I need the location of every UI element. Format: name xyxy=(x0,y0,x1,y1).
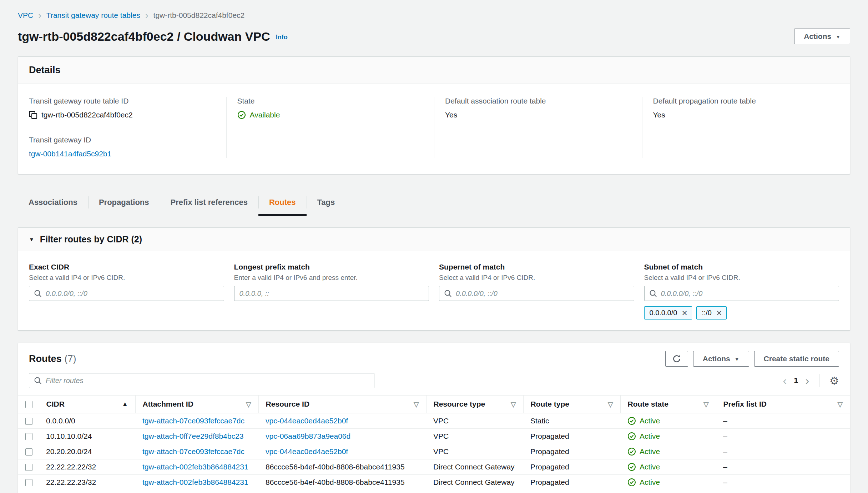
default-propagation-field: Default propagation route table Yes xyxy=(653,97,839,119)
state-value: Available xyxy=(250,111,280,119)
row-checkbox[interactable] xyxy=(25,433,32,440)
attachment-id-link[interactable]: tgw-attach-002feb3b864884231 xyxy=(142,463,248,471)
column-label: Route type xyxy=(531,400,570,408)
create-static-route-button[interactable]: Create static route xyxy=(754,351,839,367)
tab-tags[interactable]: Tags xyxy=(307,193,346,215)
column-filter-icon[interactable]: ▽ xyxy=(246,400,251,408)
gear-icon[interactable]: ⚙ xyxy=(829,374,839,387)
table-row: 10.10.10.0/24 tgw-attach-0ff7ee29df8b4bc… xyxy=(18,429,850,444)
supernet-help: Select a valid IP4 or IPv6 CIDR. xyxy=(439,274,634,282)
create-static-route-label: Create static route xyxy=(764,354,829,363)
cell-route-type: Propagated xyxy=(523,444,620,459)
table-row: 22.22.22.24/32 tgw-attach-002feb3b864884… xyxy=(18,490,850,493)
longest-prefix-input[interactable] xyxy=(234,286,429,301)
supernet-field: Supernet of match Select a valid IP4 or … xyxy=(439,263,634,320)
tab-routes[interactable]: Routes xyxy=(258,193,307,215)
column-header-route-type[interactable]: Route type▽ xyxy=(523,396,620,413)
column-label: Route state xyxy=(628,400,668,408)
check-circle-icon xyxy=(627,478,636,487)
route-state-text: Active xyxy=(640,417,660,425)
resource-id-link[interactable]: vpc-044eac0ed4ae52b0f xyxy=(266,417,348,425)
supernet-label: Supernet of match xyxy=(439,263,634,271)
attachment-id-link[interactable]: tgw-attach-07ce093fefccae7dc xyxy=(142,417,244,425)
filter-routes-header[interactable]: ▼ Filter routes by CIDR (2) xyxy=(18,228,850,251)
column-filter-icon[interactable]: ▽ xyxy=(511,400,516,408)
subnet-filter-tokens: 0.0.0.0/0 × ::/0 × xyxy=(644,306,839,320)
page-title-text: tgw-rtb-005d822caf4bf0ec2 / Cloudwan VPC xyxy=(18,30,270,44)
filter-routes-input[interactable] xyxy=(29,373,374,388)
column-header-route-state[interactable]: Route state▽ xyxy=(620,396,716,413)
select-all-checkbox[interactable] xyxy=(25,401,32,408)
route-state-text: Active xyxy=(640,463,660,471)
table-row: 22.22.22.22/32 tgw-attach-002feb3b864884… xyxy=(18,459,850,475)
cell-resource-type: Direct Connect Gateway xyxy=(426,475,523,490)
exact-cidr-help: Select a valid IP4 or IPv6 CIDR. xyxy=(29,274,224,282)
column-filter-icon[interactable]: ▽ xyxy=(837,400,843,408)
cell-route-type: Propagated xyxy=(523,475,620,490)
cell-resource-type: Direct Connect Gateway xyxy=(426,490,523,493)
token-dismiss-icon[interactable]: × xyxy=(682,310,687,317)
check-circle-icon xyxy=(627,463,636,471)
breadcrumb-vpc[interactable]: VPC xyxy=(18,11,33,20)
breadcrumb-tgw-route-tables[interactable]: Transit gateway route tables xyxy=(46,11,140,20)
page-header: tgw-rtb-005d822caf4bf0ec2 / Cloudwan VPC… xyxy=(18,29,850,44)
attachment-id-link[interactable]: tgw-attach-0ff7ee29df8b4bc23 xyxy=(142,432,243,440)
info-link[interactable]: Info xyxy=(276,34,288,41)
routes-filter-row: ‹ 1 › ⚙ xyxy=(18,367,850,395)
subnet-input[interactable] xyxy=(644,286,839,301)
cell-cidr: 22.22.22.24/32 xyxy=(39,490,135,493)
tab-associations[interactable]: Associations xyxy=(18,193,88,215)
column-header-prefix-list-id[interactable]: Prefix list ID▽ xyxy=(716,396,850,413)
routes-actions-button[interactable]: Actions ▼ xyxy=(693,351,749,367)
tab-prefix-list-references[interactable]: Prefix list references xyxy=(160,193,258,215)
table-row: 22.22.22.23/32 tgw-attach-002feb3b864884… xyxy=(18,475,850,490)
cell-resource-id: 86ccce56-b4ef-40bd-8808-6babce411935 xyxy=(258,490,426,493)
tab-propagations[interactable]: Propagations xyxy=(88,193,160,215)
attachment-id-link[interactable]: tgw-attach-07ce093fefccae7dc xyxy=(142,447,244,456)
attachment-id-link[interactable]: tgw-attach-002feb3b864884231 xyxy=(142,478,248,486)
filter-routes-title: Filter routes by CIDR (2) xyxy=(40,234,142,245)
filter-routes-card: ▼ Filter routes by CIDR (2) Exact CIDR S… xyxy=(18,227,850,331)
cell-cidr: 20.20.20.0/24 xyxy=(39,444,135,459)
cell-prefix-list-id: – xyxy=(716,490,850,493)
filter-token-label: 0.0.0.0/0 xyxy=(650,309,677,317)
previous-page-icon[interactable]: ‹ xyxy=(783,374,787,387)
resource-id-link[interactable]: vpc-06aa69b873a9ea06d xyxy=(266,432,350,440)
column-filter-icon[interactable]: ▽ xyxy=(414,400,419,408)
cell-resource-type: VPC xyxy=(426,444,523,459)
cell-resource-id: 86ccce56-b4ef-40bd-8808-6babce411935 xyxy=(258,475,426,490)
search-icon xyxy=(34,376,42,385)
column-filter-icon[interactable]: ▽ xyxy=(703,400,709,408)
token-dismiss-icon[interactable]: × xyxy=(716,310,722,317)
cell-prefix-list-id: – xyxy=(716,459,850,475)
longest-prefix-field: Longest prefix match Enter a valid IP4 o… xyxy=(234,263,429,320)
column-header-cidr[interactable]: CIDR▲ xyxy=(39,396,135,413)
resource-id-link[interactable]: vpc-044eac0ed4ae52b0f xyxy=(266,447,348,456)
transit-gateway-id-link[interactable]: tgw-00b141a4fad5c92b1 xyxy=(29,150,111,158)
refresh-button[interactable] xyxy=(665,351,688,367)
subnet-label: Subnet of match xyxy=(644,263,839,271)
collapse-caret-icon: ▼ xyxy=(29,236,34,242)
page-actions-button[interactable]: Actions ▼ xyxy=(794,29,850,44)
cell-resource-type: VPC xyxy=(426,413,523,429)
column-filter-icon[interactable]: ▽ xyxy=(608,400,613,408)
route-table-id-text: tgw-rtb-005d822caf4bf0ec2 xyxy=(41,111,133,119)
row-checkbox[interactable] xyxy=(25,479,32,486)
column-header-resource-id[interactable]: Resource ID▽ xyxy=(258,396,426,413)
column-header-resource-type[interactable]: Resource type▽ xyxy=(426,396,523,413)
row-checkbox[interactable] xyxy=(25,418,32,425)
supernet-input[interactable] xyxy=(439,286,634,301)
copy-icon[interactable] xyxy=(29,111,37,119)
table-header-row: CIDR▲ Attachment ID▽ Resource ID▽ Resour… xyxy=(18,396,850,413)
route-table-id-label: Transit gateway route table ID xyxy=(29,97,216,105)
column-label: Resource ID xyxy=(266,400,310,408)
next-page-icon[interactable]: › xyxy=(805,374,809,387)
exact-cidr-input[interactable] xyxy=(29,286,224,301)
row-checkbox[interactable] xyxy=(25,464,32,471)
subnet-field: Subnet of match Select a valid IP4 or IP… xyxy=(644,263,839,320)
routes-card-header: Routes(7) Actions ▼ Create static route xyxy=(18,343,850,367)
row-checkbox[interactable] xyxy=(25,448,32,456)
column-header-attachment-id[interactable]: Attachment ID▽ xyxy=(135,396,258,413)
current-page[interactable]: 1 xyxy=(794,376,798,385)
table-row: 0.0.0.0/0 tgw-attach-07ce093fefccae7dc v… xyxy=(18,413,850,429)
